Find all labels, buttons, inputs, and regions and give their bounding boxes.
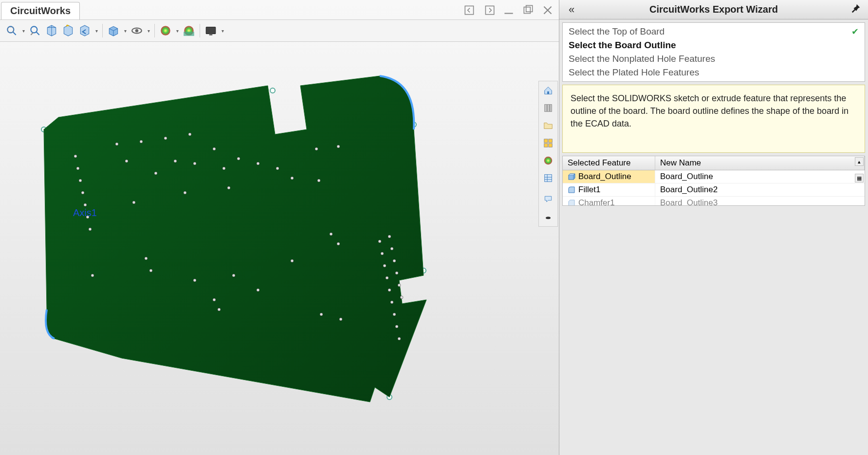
view-palette-icon[interactable] — [540, 135, 556, 151]
wizard-step-label: Select the Nonplated Hole Features — [569, 54, 715, 64]
hide-show-dropdown[interactable]: ▾ — [146, 28, 151, 34]
chamfer-icon — [568, 199, 575, 205]
wizard-header: « CircuitWorks Export Wizard — [559, 0, 868, 19]
table-body: Board_Outline Board_Outline Fillet1 Boar… — [563, 170, 865, 205]
svg-point-34 — [164, 137, 167, 140]
svg-rect-94 — [569, 175, 573, 180]
previous-view-dropdown[interactable]: ▾ — [93, 28, 99, 34]
svg-point-35 — [188, 133, 191, 136]
svg-point-69 — [393, 313, 396, 316]
axis-label[interactable]: Axis1 — [73, 207, 97, 218]
svg-point-27 — [79, 179, 82, 182]
maximize-icon[interactable] — [522, 4, 535, 19]
column-header-feature[interactable]: Selected Feature — [563, 156, 655, 170]
close-icon[interactable] — [541, 4, 554, 19]
svg-point-33 — [140, 140, 143, 143]
wizard-title: CircuitWorks Export Wizard — [579, 4, 849, 15]
window-controls — [463, 4, 554, 19]
home-tab-icon[interactable] — [540, 82, 556, 99]
svg-point-52 — [91, 274, 94, 277]
svg-rect-16 — [184, 32, 194, 36]
scroll-config-icon[interactable]: ▦ — [855, 174, 864, 182]
dot-icon[interactable] — [540, 209, 556, 225]
svg-point-38 — [154, 172, 157, 175]
forum-icon[interactable] — [540, 191, 556, 208]
svg-point-25 — [74, 155, 77, 158]
svg-point-29 — [84, 203, 87, 206]
main-toolbar: ▾ ▾ ▾ ▾ ▾ ▾ — [0, 19, 559, 42]
svg-rect-17 — [206, 27, 216, 34]
previous-view-icon[interactable] — [77, 23, 92, 38]
zoom-fit-icon[interactable] — [4, 23, 19, 38]
svg-point-53 — [149, 269, 152, 272]
file-explorer-icon[interactable] — [540, 117, 556, 134]
wizard-step[interactable]: Select the Board Outline — [563, 38, 865, 52]
svg-point-46 — [257, 162, 259, 165]
svg-point-72 — [388, 235, 391, 238]
svg-rect-82 — [547, 105, 550, 112]
dynamic-view-icon[interactable] — [60, 23, 76, 38]
svg-point-13 — [135, 29, 139, 33]
minimize-icon[interactable] — [502, 4, 515, 19]
svg-point-61 — [320, 313, 323, 316]
section-view-icon[interactable] — [44, 23, 59, 38]
collapse-panel-icon[interactable]: « — [564, 3, 579, 16]
appearance-dropdown[interactable]: ▾ — [174, 28, 180, 34]
svg-point-51 — [337, 145, 340, 148]
svg-point-88 — [544, 157, 553, 165]
svg-point-45 — [227, 186, 230, 189]
title-row: CircuitWorks — [0, 0, 559, 19]
zoom-area-icon[interactable] — [27, 23, 43, 38]
svg-rect-1 — [485, 6, 494, 14]
scene-icon[interactable] — [181, 23, 197, 38]
wizard-step-label: Select the Board Outline — [569, 40, 676, 51]
svg-point-78 — [330, 233, 332, 236]
table-row[interactable]: Board_Outline Board_Outline — [563, 170, 865, 183]
svg-rect-84 — [544, 139, 548, 143]
table-header: Selected Feature New Name — [563, 156, 865, 170]
svg-point-71 — [398, 337, 401, 340]
display-style-dropdown[interactable]: ▾ — [122, 28, 128, 34]
svg-point-77 — [400, 296, 403, 299]
svg-point-76 — [398, 284, 401, 287]
table-row[interactable]: Fillet1 Board_Outline2 — [563, 183, 865, 197]
pin-icon[interactable] — [849, 3, 863, 17]
wizard-step[interactable]: Select the Top of Board ✔ — [563, 25, 865, 38]
display-style-icon[interactable] — [106, 23, 121, 38]
panel-right-icon[interactable] — [483, 4, 496, 19]
svg-point-65 — [383, 264, 386, 267]
wizard-step[interactable]: Select the Plated Hole Features — [563, 66, 865, 79]
table-row[interactable]: Chamfer1 Board_Outline3 — [563, 197, 865, 205]
scroll-up-icon[interactable]: ▴ — [855, 157, 864, 166]
svg-point-75 — [395, 272, 398, 274]
column-header-name[interactable]: New Name — [655, 156, 865, 170]
svg-point-31 — [89, 228, 92, 231]
render-dropdown[interactable]: ▾ — [220, 28, 225, 34]
svg-point-58 — [291, 259, 294, 262]
zoom-fit-dropdown[interactable]: ▾ — [20, 28, 26, 34]
hide-show-icon[interactable] — [129, 23, 145, 38]
svg-point-49 — [317, 179, 320, 182]
svg-point-43 — [222, 167, 225, 170]
render-icon[interactable] — [203, 23, 219, 38]
svg-point-47 — [276, 167, 279, 170]
panel-left-icon[interactable] — [463, 4, 476, 19]
toolbar-separator — [102, 24, 103, 37]
svg-point-74 — [393, 259, 396, 262]
design-library-icon[interactable] — [540, 100, 556, 116]
3d-viewport[interactable]: Axis1 — [0, 42, 559, 455]
svg-point-50 — [315, 147, 318, 150]
svg-rect-86 — [544, 144, 548, 147]
appearance-icon[interactable] — [158, 23, 173, 38]
svg-point-67 — [388, 289, 391, 291]
fillet-icon — [568, 186, 575, 194]
custom-properties-icon[interactable] — [540, 170, 556, 186]
feature-table: Selected Feature New Name ▴ ▦ Board_Outl… — [562, 156, 865, 206]
appearances-tab-icon[interactable] — [540, 152, 556, 169]
wizard-step-label: Select the Top of Board — [569, 26, 665, 37]
app-title-tab[interactable]: CircuitWorks — [1, 2, 80, 19]
svg-point-42 — [213, 147, 216, 150]
svg-point-68 — [390, 301, 393, 304]
wizard-step[interactable]: Select the Nonplated Hole Features — [563, 52, 865, 66]
svg-point-93 — [546, 217, 551, 219]
